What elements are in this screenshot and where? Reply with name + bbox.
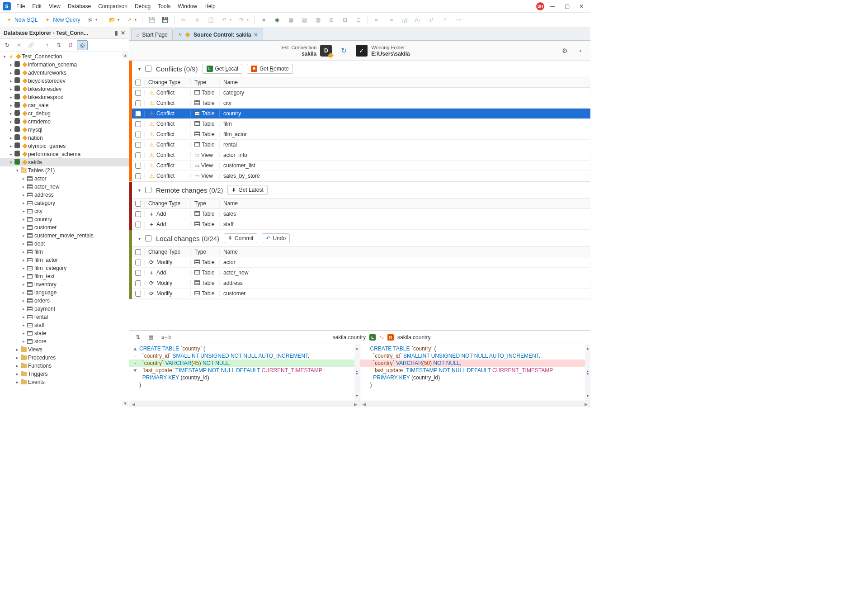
close-tab-icon[interactable]: ✕ <box>254 32 258 38</box>
tree-tables-folder[interactable]: ▾Tables (21) <box>0 166 129 175</box>
diff-grid-button[interactable]: ▦ <box>146 333 155 341</box>
collapse-icon[interactable]: ▾ <box>138 188 141 193</box>
row-rental[interactable]: ⚠Conflict Table rental <box>132 140 590 150</box>
menu-file[interactable]: File <box>13 1 28 11</box>
filter-2-button[interactable]: ⇅ <box>53 40 64 50</box>
tree-folder-views[interactable]: ▸Views <box>0 345 129 354</box>
hscroll-right[interactable]: ◀▶ <box>360 401 590 407</box>
get-remote-button[interactable]: RGet Remote <box>247 64 293 74</box>
tree-table-film_actor[interactable]: ▸film_actor <box>0 256 129 264</box>
scroll-down-icon[interactable]: ▼ <box>123 401 128 406</box>
diff-right-pane[interactable]: ▲▲▼▼ CREATE TABLE `country` ( `country_i… <box>360 344 591 401</box>
tree-db-adventureworks[interactable]: ▸adventureworks <box>0 69 129 77</box>
row-checkbox[interactable] <box>135 142 141 148</box>
close-button[interactable]: ✕ <box>575 2 588 11</box>
row-checkbox[interactable] <box>135 100 141 106</box>
tree-table-language[interactable]: ▸language <box>0 289 129 297</box>
minimize-button[interactable]: — <box>546 2 559 11</box>
code-line[interactable]: CREATE TABLE `country` ( <box>360 345 591 352</box>
tree-db-mysql[interactable]: ▸mysql <box>0 126 129 134</box>
header-checkbox[interactable] <box>135 80 141 85</box>
tree-db-sakila[interactable]: ▾sakila <box>0 158 129 166</box>
code-line[interactable]: `last_update` TIMESTAMP NOT NULL DEFAULT… <box>360 367 591 374</box>
row-category[interactable]: ⚠Conflict Table category <box>132 88 590 98</box>
tree-table-city[interactable]: ▸city <box>0 207 129 215</box>
collapse-icon[interactable]: ▾ <box>138 66 141 71</box>
tree-table-category[interactable]: ▸category <box>0 199 129 207</box>
gear-icon[interactable]: ⚙ <box>562 47 568 54</box>
tree-table-dept[interactable]: ▸dept <box>0 240 129 248</box>
menu-database[interactable]: Database <box>64 1 94 11</box>
tree-folder-triggers[interactable]: ▸Triggers <box>0 370 129 378</box>
new-query-button[interactable]: ✦New Query <box>41 14 83 25</box>
row-checkbox[interactable] <box>135 152 141 158</box>
row-customer[interactable]: ⟳Modify Table customer <box>132 289 590 299</box>
refresh-icon[interactable]: ↻ <box>341 46 347 55</box>
code-line[interactable]: ▲CREATE TABLE `country` ( <box>129 345 360 352</box>
database-tree[interactable]: ▲ ▼ ▾⚡Test_Connection▸information_schema… <box>0 52 129 407</box>
tab-source-control[interactable]: ⑂ Source Control: sakila ✕ <box>174 28 263 40</box>
refresh-button[interactable]: ↻ <box>2 40 13 50</box>
tree-folder-procedures[interactable]: ▸Procedures <box>0 354 129 362</box>
diff-left-pane[interactable]: ▲▲▼▼ ▲CREATE TABLE `country` (- `country… <box>129 344 360 401</box>
tree-db-crmdemo[interactable]: ▸crmdemo <box>0 118 129 126</box>
filter-4-button[interactable]: ◎ <box>77 40 88 50</box>
row-sales[interactable]: ＋Add Table sales <box>132 209 590 219</box>
tree-db-performance_schema[interactable]: ▸performance_schema <box>0 150 129 158</box>
tree-table-orders[interactable]: ▸orders <box>0 297 129 305</box>
header-checkbox[interactable] <box>135 201 141 207</box>
row-checkbox[interactable] <box>135 291 141 297</box>
tree-db-car_sale[interactable]: ▸car_sale <box>0 101 129 109</box>
row-checkbox[interactable] <box>135 163 141 169</box>
code-line[interactable]: ) <box>360 381 591 388</box>
undo-button[interactable]: ↶Undo <box>262 233 290 243</box>
code-line[interactable]: ) <box>129 381 360 388</box>
code-line[interactable]: - `country` VARCHAR(45) NOT NULL, <box>129 360 360 367</box>
tree-table-film_text[interactable]: ▸film_text <box>0 272 129 280</box>
new-sql-button[interactable]: ✦New SQL <box>3 14 40 25</box>
menu-debug[interactable]: Debug <box>131 1 154 11</box>
row-address[interactable]: ⟳Modify Table address <box>132 278 590 289</box>
toolbar-open[interactable]: 📂▾ <box>106 14 122 25</box>
tree-table-actor_new[interactable]: ▸actor_new <box>0 183 129 191</box>
get-local-button[interactable]: LGet Local <box>203 64 242 74</box>
tree-folder-events[interactable]: ▸Events <box>0 378 129 386</box>
vscroll[interactable]: ▲▲▼▼ <box>585 344 590 401</box>
menu-comparison[interactable]: Comparison <box>94 1 131 11</box>
tree-table-staff[interactable]: ▸staff <box>0 321 129 329</box>
execute-button[interactable]: ◉ <box>271 14 283 25</box>
filter-1-button[interactable]: ↑ <box>42 40 52 50</box>
code-line[interactable]: ▼ `last_update` TIMESTAMP NOT NULL DEFAU… <box>129 367 360 374</box>
row-actor_new[interactable]: ＋Add Table actor_new <box>132 268 590 278</box>
row-country[interactable]: ⚠Conflict Table country <box>132 109 590 119</box>
save-all-button[interactable]: 💾 <box>159 14 171 25</box>
select-all-checkbox[interactable] <box>145 66 151 72</box>
tree-table-customer[interactable]: ▸customer <box>0 223 129 232</box>
tree-db-information_schema[interactable]: ▸information_schema <box>0 61 129 69</box>
row-checkbox[interactable] <box>135 90 141 96</box>
row-staff[interactable]: ＋Add Table staff <box>132 219 590 230</box>
code-line[interactable]: `country_id` SMALLINT UNSIGNED NOT NULL … <box>360 352 591 360</box>
tree-db-bikestoresdev[interactable]: ▸bikestoresdev <box>0 85 129 93</box>
tree-folder-functions[interactable]: ▸Functions <box>0 362 129 370</box>
diff-nav-button[interactable]: ⇅ <box>134 333 142 341</box>
diff-text-button[interactable]: a→b <box>160 334 173 341</box>
tree-table-customer_movie_rentals[interactable]: ▸customer_movie_rentals <box>0 232 129 240</box>
code-line[interactable]: `country` VARCHAR(50) NOT NULL, <box>360 360 591 367</box>
menu-window[interactable]: Window <box>174 1 201 11</box>
menu-help[interactable]: Help <box>201 1 219 11</box>
code-line[interactable]: - `country_id` SMALLINT UNSIGNED NOT NUL… <box>129 352 360 360</box>
tree-table-country[interactable]: ▸country <box>0 215 129 223</box>
tree-db-bikestoresprod[interactable]: ▸bikestoresprod <box>0 93 129 101</box>
toolbar-export[interactable]: ↗▾ <box>123 14 139 25</box>
tree-db-olympic_games[interactable]: ▸olympic_games <box>0 142 129 150</box>
select-all-checkbox[interactable] <box>145 235 151 241</box>
tree-table-state[interactable]: ▸state <box>0 329 129 337</box>
tree-db-cr_debug[interactable]: ▸cr_debug <box>0 109 129 118</box>
pin-icon[interactable]: ▮ <box>115 30 118 36</box>
row-checkbox[interactable] <box>135 132 141 137</box>
commit-button[interactable]: ↟Commit <box>224 233 257 243</box>
row-checkbox[interactable] <box>135 173 141 179</box>
user-avatar[interactable]: SH <box>536 2 544 10</box>
row-sales_by_store[interactable]: ⚠Conflict ▭View sales_by_store <box>132 171 590 181</box>
